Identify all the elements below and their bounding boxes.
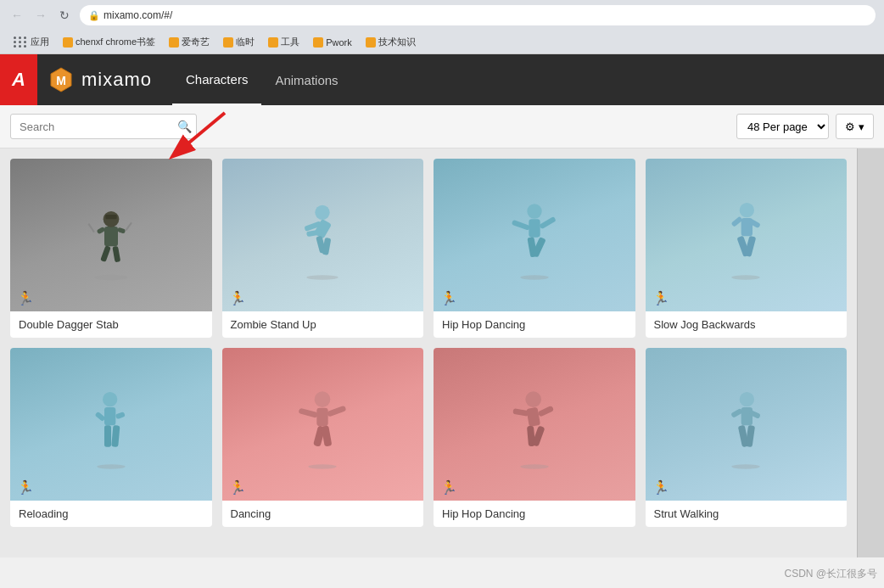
svg-point-19 xyxy=(520,275,548,279)
card-image: 🏃 xyxy=(222,159,424,311)
bookmark-folder-icon xyxy=(366,37,376,48)
card-footer: Slow Jog Backwards xyxy=(646,311,848,338)
character-run-icon: 🏃 xyxy=(440,479,457,496)
svg-rect-38 xyxy=(104,425,111,446)
character-figure xyxy=(288,365,356,484)
svg-point-26 xyxy=(732,275,760,279)
bookmark-folder-icon xyxy=(169,37,179,48)
character-run-icon: 🏃 xyxy=(229,290,246,306)
character-card[interactable]: 🏃 Reloading xyxy=(10,348,212,527)
card-image: 🏃 xyxy=(434,348,635,501)
character-name: Dancing xyxy=(231,507,271,520)
search-button[interactable]: 🔍 xyxy=(177,120,192,133)
back-button[interactable]: ← xyxy=(8,7,25,24)
bookmark-aiqiyi[interactable]: 爱奇艺 xyxy=(164,34,215,50)
csdn-watermark: CSDN @长江很多号 xyxy=(784,567,877,581)
svg-rect-57 xyxy=(730,408,743,418)
address-bar[interactable]: 🔒 mixamo.com/#/ xyxy=(80,5,876,25)
bookmark-folder-icon xyxy=(63,37,73,48)
settings-dropdown-icon: ▾ xyxy=(859,120,864,133)
character-name: Double Dagger Stab xyxy=(19,318,119,331)
svg-rect-8 xyxy=(96,227,105,234)
svg-point-48 xyxy=(525,391,541,407)
characters-grid: 🏃 Double Dagger Stab xyxy=(10,159,847,527)
bookmark-label: 爱奇艺 xyxy=(182,36,210,48)
svg-line-10 xyxy=(88,224,94,232)
svg-rect-36 xyxy=(94,412,105,422)
character-name: Strut Walking xyxy=(654,507,719,520)
adobe-logo: A xyxy=(0,54,37,105)
per-page-controls: 12 Per page 24 Per page 48 Per page 96 P… xyxy=(736,114,874,139)
svg-line-11 xyxy=(126,222,131,230)
card-footer: Strut Walking xyxy=(646,501,848,527)
svg-rect-22 xyxy=(512,220,530,231)
svg-point-54 xyxy=(732,464,760,468)
app-container: A M mixamo Characters Animations 🔍 xyxy=(0,54,884,557)
gear-icon: ⚙ xyxy=(845,120,855,133)
card-image: 🏃 xyxy=(10,159,212,311)
svg-rect-35 xyxy=(104,407,115,425)
svg-rect-5 xyxy=(105,215,116,219)
character-card[interactable]: 🏃 Strut Walking xyxy=(646,348,848,527)
mixamo-hex-icon: M xyxy=(48,66,75,93)
character-figure xyxy=(712,176,780,294)
bookmark-label: chenxf chrome书签 xyxy=(76,36,155,48)
bookmark-label: 临时 xyxy=(236,36,255,48)
mixamo-text: mixamo xyxy=(81,69,152,91)
bookmark-linshi[interactable]: 临时 xyxy=(218,34,260,50)
svg-rect-3 xyxy=(104,227,118,246)
scrollbar-panel xyxy=(857,148,884,557)
character-run-icon: 🏃 xyxy=(229,479,246,496)
character-name: Slow Jog Backwards xyxy=(654,318,756,331)
character-name: Zombie Stand Up xyxy=(231,318,316,331)
bookmark-label: Pwork xyxy=(326,37,352,48)
settings-button[interactable]: ⚙ ▾ xyxy=(836,114,874,139)
character-figure xyxy=(77,176,145,294)
browser-chrome: ← → ↻ 🔒 mixamo.com/#/ 应用 chenxf chrome书签… xyxy=(0,0,884,54)
card-footer: Hip Hop Dancing xyxy=(434,501,635,527)
character-run-icon: 🏃 xyxy=(440,290,457,306)
svg-rect-39 xyxy=(111,425,120,447)
apps-button[interactable]: 应用 xyxy=(8,34,54,50)
search-input[interactable] xyxy=(10,114,197,139)
card-image: 🏃 xyxy=(646,159,848,311)
url-text: mixamo.com/#/ xyxy=(104,9,172,21)
bookmark-label: 技术知识 xyxy=(378,36,416,48)
mixamo-logo: M mixamo xyxy=(48,66,152,93)
character-card[interactable]: 🏃 Slow Jog Backwards xyxy=(646,159,848,338)
bookmark-tech[interactable]: 技术知识 xyxy=(361,34,421,50)
bookmark-label: 工具 xyxy=(281,36,299,48)
nav-link-characters[interactable]: Characters xyxy=(172,54,261,105)
svg-point-12 xyxy=(307,275,338,279)
character-run-icon: 🏃 xyxy=(652,479,669,496)
character-run-icon: 🏃 xyxy=(17,290,34,306)
top-nav: A M mixamo Characters Animations xyxy=(0,54,884,105)
adobe-a-icon: A xyxy=(12,69,25,91)
bookmark-pwork[interactable]: Pwork xyxy=(308,36,357,49)
svg-rect-6 xyxy=(100,245,111,262)
bookmark-tools[interactable]: 工具 xyxy=(263,34,305,50)
svg-rect-49 xyxy=(526,407,540,427)
browser-nav-bar: ← → ↻ 🔒 mixamo.com/#/ xyxy=(0,0,884,31)
character-card[interactable]: 🏃 Zombie Stand Up xyxy=(222,159,424,338)
character-card[interactable]: 🏃 Dancing xyxy=(222,348,424,527)
card-footer: Hip Hop Dancing xyxy=(434,311,635,338)
svg-rect-37 xyxy=(115,412,125,419)
refresh-button[interactable]: ↻ xyxy=(56,7,73,24)
character-card[interactable]: 🏃 Hip Hop Dancing xyxy=(434,348,635,527)
character-figure xyxy=(77,365,145,484)
character-figure xyxy=(712,365,780,484)
character-card[interactable]: 🏃 Double Dagger Stab xyxy=(10,159,212,338)
svg-point-27 xyxy=(740,203,754,217)
per-page-select[interactable]: 12 Per page 24 Per page 48 Per page 96 P… xyxy=(736,114,829,139)
svg-point-55 xyxy=(740,392,754,406)
card-image: 🏃 xyxy=(10,348,212,501)
nav-link-animations[interactable]: Animations xyxy=(261,54,351,105)
main-content: 🏃 Double Dagger Stab xyxy=(0,148,884,557)
forward-button[interactable]: → xyxy=(32,7,49,24)
bookmark-chenxf[interactable]: chenxf chrome书签 xyxy=(58,34,160,50)
card-footer: Reloading xyxy=(10,501,212,527)
svg-rect-21 xyxy=(529,219,540,237)
character-name: Hip Hop Dancing xyxy=(442,318,525,331)
character-card[interactable]: 🏃 Hip Hop Dancing xyxy=(434,159,635,338)
